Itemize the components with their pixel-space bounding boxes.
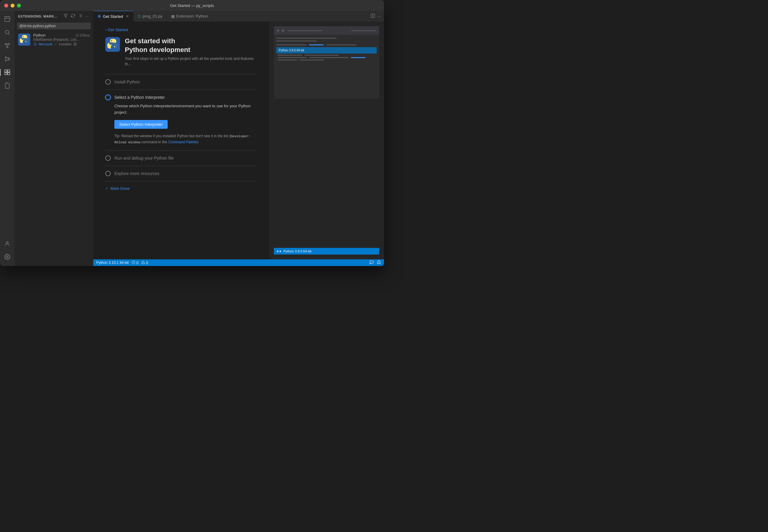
page-description: Your first steps to set up a Python proj… — [125, 56, 257, 67]
preview-spacer — [274, 199, 379, 248]
svg-point-1 — [5, 30, 9, 34]
command-palette-link[interactable]: Command Palette — [168, 140, 197, 144]
tab-prog01[interactable]: ⬡ prog_01.py — [133, 11, 167, 21]
extensions-icon — [4, 69, 10, 76]
step-explore-circle — [105, 171, 111, 176]
clock-icon — [76, 34, 79, 37]
step-install-python-label: Install Python — [114, 79, 140, 84]
split-editor-button[interactable] — [370, 13, 375, 19]
warnings-status[interactable]: 0 — [141, 261, 148, 265]
preview-selected-interpreter: Python 3.9.0 64-bit — [276, 47, 377, 54]
sidebar-item-source-control[interactable] — [1, 40, 13, 52]
preview-body: Python 3.9.0 64-bit — [274, 35, 379, 62]
back-link[interactable]: ‹ Get Started — [93, 28, 269, 37]
bell-icon — [377, 260, 381, 264]
check-icon — [54, 43, 57, 46]
sidebar-title: EXTENSIONS: MARK... — [18, 15, 57, 18]
settings-button[interactable] — [1, 251, 13, 264]
extension-search-bar: @id:ms-python.python — [17, 23, 91, 29]
status-bar-left: Python 3.10.1 64-bit 0 0 — [96, 261, 148, 265]
tab-close-button[interactable]: ✕ — [126, 14, 129, 18]
activity-bar-bottom — [1, 238, 13, 266]
preview-python-version: Python 3.9.0 64-bit — [284, 249, 376, 253]
errors-status[interactable]: 0 — [132, 261, 138, 265]
back-link-text: Get Started — [108, 28, 128, 32]
preview-filter-3 — [326, 44, 356, 45]
tab-extension-python[interactable]: ▤ Extension: Python — [167, 11, 213, 21]
more-actions-button[interactable]: ··· — [85, 13, 89, 19]
tab-bar: ❋ Get Started ✕ ⬡ prog_01.py ▤ Extension… — [93, 11, 384, 21]
interpreter-preview: Python 3.9.0 64-bit — [274, 26, 379, 99]
preview-status-icon1 — [277, 251, 278, 252]
step-select-interpreter-header[interactable]: Select a Python Interpreter — [105, 95, 257, 100]
step-run-debug-header[interactable]: Run and debug your Python file — [105, 155, 257, 161]
preview-row-2 — [276, 55, 377, 56]
chat-icon — [369, 260, 374, 264]
step-select-interpreter-circle — [105, 95, 111, 100]
extension-description: IntelliSense (Pylance), Lint... — [33, 37, 89, 42]
sidebar-item-extensions[interactable] — [1, 67, 13, 79]
preview-row-4 — [276, 60, 377, 60]
svg-point-3 — [8, 43, 10, 45]
maximize-button[interactable] — [17, 4, 21, 8]
sidebar-item-run[interactable] — [1, 53, 13, 65]
extension-name: Python — [33, 33, 45, 37]
publisher-name: Microsoft — [39, 42, 52, 46]
svg-rect-0 — [5, 16, 10, 21]
svg-rect-6 — [5, 70, 7, 72]
page-header: Get started with Python development Your… — [93, 37, 269, 74]
status-bar: Python 3.10.1 64-bit 0 0 — [93, 259, 384, 266]
extension-gear-icon[interactable] — [73, 42, 77, 46]
step-install-python-circle — [105, 79, 111, 85]
back-chevron-icon: ‹ — [105, 28, 106, 32]
minimize-button[interactable] — [11, 4, 15, 8]
accounts-icon — [4, 241, 10, 248]
step-explore: Explore more resources — [93, 166, 269, 181]
preview-line-2 — [276, 41, 317, 41]
svg-rect-8 — [5, 72, 7, 75]
step-select-interpreter-label: Select a Python Interpreter — [114, 95, 165, 100]
bell-button[interactable] — [377, 260, 381, 265]
preview-status-left — [277, 251, 281, 252]
editor-area: ❋ Get Started ✕ ⬡ prog_01.py ▤ Extension… — [93, 11, 384, 266]
sidebar-actions: ··· — [63, 13, 89, 19]
sidebar-item-testing[interactable] — [1, 80, 13, 92]
svg-marker-5 — [5, 57, 9, 61]
python-version-status[interactable]: Python 3.10.1 64-bit — [96, 261, 128, 265]
notifications-button[interactable] — [369, 260, 374, 265]
svg-marker-12 — [64, 14, 67, 18]
extension-tab-icon: ▤ — [171, 14, 174, 18]
step-explore-label: Explore more resources — [114, 171, 159, 176]
select-interpreter-button[interactable]: Select Python Interpreter — [114, 120, 167, 129]
step-install-python-header[interactable]: Install Python — [105, 79, 257, 85]
tab-get-started[interactable]: ❋ Get Started ✕ — [93, 11, 133, 21]
mark-done-section[interactable]: ✓ Mark Done — [93, 181, 269, 196]
extension-python-item[interactable]: Python 275ms IntelliSense (Pylance), Lin… — [15, 31, 93, 48]
editor-content: ‹ Get Started Get started with P — [93, 21, 384, 259]
sidebar-header: EXTENSIONS: MARK... ··· — [15, 11, 93, 21]
filter-button[interactable] — [63, 13, 68, 19]
sidebar-item-explorer[interactable] — [1, 13, 13, 25]
preview-row3-a — [278, 57, 307, 58]
step-select-interpreter-body: Choose which Python interpreter/environm… — [114, 103, 257, 145]
title-block: Get started with Python development Your… — [125, 37, 257, 67]
close-button[interactable] — [4, 4, 8, 8]
app-container: EXTENSIONS: MARK... ··· @id:ms-python.py… — [0, 11, 384, 266]
step-explore-header[interactable]: Explore more resources — [105, 171, 257, 176]
extension-load-time: 275ms — [76, 34, 89, 37]
python-file-icon: ⬡ — [138, 14, 141, 18]
svg-point-4 — [7, 46, 8, 48]
refresh-button[interactable] — [70, 13, 76, 19]
accounts-button[interactable] — [1, 238, 13, 250]
run-icon — [4, 56, 10, 63]
explorer-icon — [4, 16, 11, 23]
list-view-button[interactable] — [77, 13, 83, 19]
preview-top-bar — [274, 26, 379, 35]
preview-row4-b — [300, 60, 324, 60]
sidebar-item-search[interactable] — [1, 27, 13, 39]
titlebar-buttons — [4, 4, 21, 8]
tab-get-started-label: Get Started — [103, 14, 123, 19]
svg-rect-9 — [8, 72, 10, 75]
more-tab-actions-button[interactable]: ··· — [377, 14, 381, 19]
preview-filter-2 — [309, 44, 324, 45]
